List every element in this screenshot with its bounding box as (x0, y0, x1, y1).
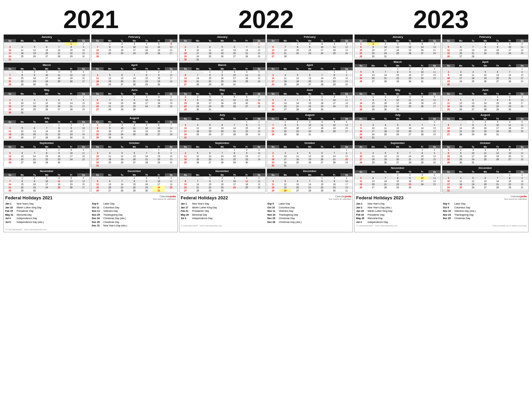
holidays-2022: Federal Holidays 2022 CalendarpediaYour … (179, 193, 353, 232)
holidays-section: Federal Holidays 2021 CalendarpediaYour … (3, 193, 529, 232)
month-may-2022: May SuMoTuWeThFrSa 1234567 891011121314 … (179, 87, 266, 111)
calendars-section: January SuMoTuWeThFrSa 12 3456789 101112… (3, 34, 529, 192)
month-apr-2021: April SuMoTuWeThFrSa 123 45678910 111213… (91, 62, 178, 86)
month-may-2023: May SuMoTuWeThFrSa 123456 78910111213 14… (354, 87, 441, 111)
month-apr-2022: April SuMoTuWeThFrSa 12 3456789 10111213… (267, 62, 353, 86)
year-2021: 2021 (3, 5, 178, 34)
holidays-col-left-2021: Jan 1New Year's Day Jan 18Martin Luther … (5, 202, 89, 228)
holidays-col-right-2021: Sep 6Labor Day Oct 11Columbus Day Nov 11… (92, 202, 176, 228)
month-jan-2023: January SuMoTuWeThFrSa 1234567 891011121… (354, 34, 441, 58)
month-dec-2023: December SuMoTuWeThFrSa 12 3456789 10111… (442, 165, 529, 192)
holidays-col-right-2022: Sep 5Labor Day Oct 10Columbus Day Nov 11… (267, 202, 351, 224)
month-sep-2022: September SuMoTuWeThFrSa 123 45678910 11… (179, 140, 266, 167)
holidays-2023: Federal Holidays 2023 CalendarpediaYour … (354, 193, 529, 232)
month-jun-2021: June SuMoTuWeThFrSa 12345 6789101112 131… (91, 87, 178, 114)
month-feb-2021: February SuMoTuWeThFrSa 123456 789101112… (91, 34, 178, 61)
calendarpedia-logo-2022: CalendarpediaYour source for calendars (328, 195, 351, 200)
month-aug-2022: August SuMoTuWeThFrSa 123456 78910111213… (267, 112, 353, 139)
month-jun-2022: June SuMoTuWeThFrSa 1234 567891011 12131… (267, 87, 353, 111)
month-mar-2023: March SuMoTuWeThFrSa 1234 567891011 1213… (354, 59, 441, 86)
month-jul-2023: July SuMoTuWeThFrSa 1 2345678 9101112131… (354, 112, 441, 139)
calendarpedia-logo-2021: CalendarpediaYour source for calendars (153, 195, 176, 200)
holidays-title-2022: Federal Holidays 2022 (181, 195, 228, 200)
calendar-container: 2021 2022 2023 January SuMoTuWeThFrSa 12… (3, 3, 529, 232)
month-aug-2023: August SuMoTuWeThFrSa 12345 6789101112 1… (442, 112, 529, 139)
month-feb-2023: February SuMoTuWeThFrSa 1234 567891011 1… (442, 34, 529, 58)
month-nov-2023: November SuMoTuWeThFrSa 1234 567891011 1… (354, 165, 441, 192)
holidays-title-2021: Federal Holidays 2021 (5, 195, 53, 200)
month-oct-2023: October SuMoTuWeThFrSa 1234567 891011121… (442, 140, 529, 164)
month-sep-2023: September SuMoTuWeThFrSa 12 3456789 1011… (354, 140, 441, 164)
month-may-2021: May SuMoTuWeThFrSa 1 2345678 91011121314… (3, 87, 90, 114)
month-jan-2021: January SuMoTuWeThFrSa 12 3456789 101112… (3, 34, 90, 61)
month-apr-2023: April SuMoTuWeThFrSa 1 2345678 910111213… (442, 59, 529, 86)
month-mar-2021: March SuMoTuWeThFrSa 123456 78910111213 … (3, 62, 90, 86)
month-mar-2022: March SuMoTuWeThFrSa 12345 6789101112 13… (179, 62, 266, 86)
month-feb-2022: February SuMoTuWeThFrSa 12345 6789101112… (267, 34, 353, 61)
month-jul-2021: July SuMoTuWeThFrSa 123 45678910 1112131… (3, 115, 90, 139)
calendarpedia-logo-2023: CalendarpediaYour source for calendars (504, 195, 527, 200)
holidays-col-right-2023: Sep 4Labor Day Oct 9Columbus Day Nov 10V… (443, 202, 527, 224)
month-nov-2022: November SuMoTuWeThFrSa 12345 6789101112… (179, 169, 266, 192)
year-section-2021: January SuMoTuWeThFrSa 12 3456789 101112… (3, 34, 178, 192)
years-row: 2021 2022 2023 (3, 3, 529, 34)
holidays-col-left-2022: Jan 1New Year's Day Jan 17Martin Luther … (181, 202, 265, 224)
holidays-title-2023: Federal Holidays 2023 (356, 195, 404, 200)
month-sep-2021: September SuMoTuWeThFrSa 1234 567891011 … (3, 140, 90, 167)
month-jul-2022: July SuMoTuWeThFrSa 12 3456789 101112131… (179, 112, 266, 139)
month-dec-2022: December SuMoTuWeThFrSa 123 45678910 111… (267, 169, 353, 192)
holidays-col-left-2023: Jan 1New Year's Day Jan 2New Year's Day … (356, 202, 440, 224)
month-aug-2021: August SuMoTuWeThFrSa 1234567 8910111213… (91, 115, 178, 139)
month-jan-2022: January SuMoTuWeThFrSa 1 2345678 9101112… (179, 34, 266, 61)
year-section-2022: January SuMoTuWeThFrSa 1 2345678 9101112… (179, 34, 353, 192)
month-oct-2021: October SuMoTuWeThFrSa 12 3456789 101112… (91, 140, 178, 167)
year-section-2023: January SuMoTuWeThFrSa 1234567 891011121… (354, 34, 529, 192)
holidays-2021: Federal Holidays 2021 CalendarpediaYour … (3, 193, 178, 232)
year-2023: 2023 (354, 5, 529, 34)
month-jun-2023: June SuMoTuWeThFrSa 123 45678910 1112131… (442, 87, 529, 111)
month-nov-2021: November SuMoTuWeThFrSa 123456 789101112… (3, 169, 90, 192)
month-dec-2021: December SuMoTuWeThFrSa 1234 567891011 1… (91, 169, 178, 192)
month-oct-2022: October SuMoTuWeThFrSa 1 2345678 9101112… (267, 140, 353, 167)
year-2022: 2022 (178, 5, 353, 34)
